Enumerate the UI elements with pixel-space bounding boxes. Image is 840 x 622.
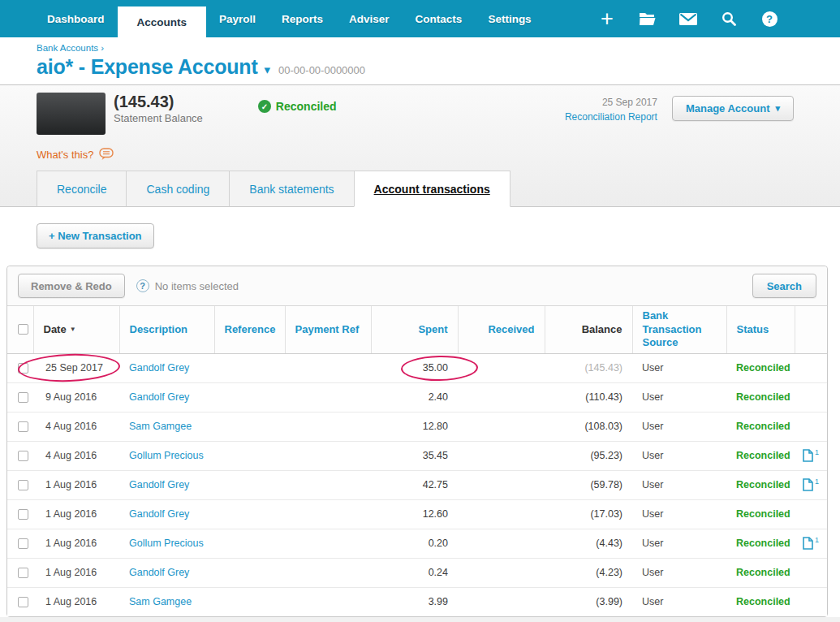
row-checkbox[interactable] [18,538,28,549]
row-checkbox[interactable] [18,392,28,403]
row-checkbox[interactable] [18,509,28,520]
search-button[interactable]: Search [752,274,816,298]
transaction-link[interactable]: Sam Gamgee [129,596,192,607]
statement-date: 25 Sep 2017 [602,97,657,108]
mail-icon[interactable] [668,13,709,25]
cell-payment-ref [285,470,371,499]
column-header-description[interactable]: Description [119,306,214,353]
remove-redo-button[interactable]: Remove & Redo [18,274,125,298]
transaction-link[interactable]: Gandolf Grey [129,479,189,490]
cell-status: Reconciled [726,558,795,587]
reconciliation-report-link[interactable]: Reconciliation Report [565,111,657,123]
attachment-icon[interactable]: 1 [803,478,824,491]
column-header-spent[interactable]: Spent [371,306,458,353]
nav-item-adviser[interactable]: Adviser [336,0,403,37]
row-checkbox[interactable] [18,568,28,578]
selection-status-text: No items selected [155,280,239,292]
cell-balance: (95.23) [545,441,632,470]
cell-attachments: 1 [795,470,827,499]
nav-item-settings[interactable]: Settings [475,0,544,37]
cell-reference [214,353,285,382]
new-transaction-button[interactable]: + New Transaction [37,223,154,248]
column-header-status[interactable]: Status [726,306,795,353]
attachment-count: 1 [815,536,819,544]
help-icon[interactable]: ? [749,11,790,27]
manage-account-button[interactable]: Manage Account ▾ [672,96,794,121]
cell-spent: 12.80 [371,412,458,441]
transaction-link[interactable]: Gandolf Grey [129,391,189,403]
cell-received [458,587,545,616]
column-header-payment-ref[interactable]: Payment Ref [285,306,371,353]
row-checkbox[interactable] [18,597,28,607]
column-header-received[interactable]: Received [458,306,545,353]
transaction-link[interactable]: Gandolf Grey [129,508,189,520]
transaction-link[interactable]: Gollum Precious [129,450,204,461]
column-header-reference[interactable]: Reference [214,306,285,353]
nav-item-contacts[interactable]: Contacts [403,0,476,37]
account-switcher-caret-icon[interactable]: ▾ [265,63,271,77]
column-header-bank-transaction-source[interactable]: Bank Transaction Source [632,306,726,353]
table-row: 9 Aug 2016Gandolf Grey2.40(110.43)UserRe… [7,382,827,412]
select-all-checkbox[interactable] [18,324,28,335]
tab-cash-coding[interactable]: Cash coding [126,171,230,207]
column-header-balance[interactable]: Balance [545,306,632,353]
cell-date: 1 Aug 2016 [33,558,119,587]
help-circle-icon: ? [136,279,149,292]
row-checkbox[interactable] [18,451,28,461]
nav-item-reports[interactable]: Reports [269,0,336,37]
transaction-link[interactable]: Gandolf Grey [129,567,189,578]
cell-spent: 42.75 [371,470,458,499]
breadcrumb[interactable]: Bank Accounts › [37,43,794,53]
cell-payment-ref [285,353,371,382]
cell-attachments: 1 [795,441,827,470]
nav-item-dashboard[interactable]: Dashboard [34,0,118,37]
cell-select [7,412,33,441]
cell-select [7,382,33,412]
transaction-link[interactable]: Gandolf Grey [129,362,189,374]
folder-icon[interactable] [627,12,668,26]
cell-description: Gandolf Grey [119,558,214,587]
cell-select [7,558,33,587]
attachment-icon[interactable]: 1 [803,537,824,550]
whats-this-link[interactable]: What's this? [37,148,840,161]
column-header-date[interactable]: Date▼ [33,306,119,353]
table-row: 1 Aug 2016Gandolf Grey42.75(59.78)UserRe… [7,470,827,499]
transaction-link[interactable]: Sam Gamgee [129,421,192,432]
cell-received [458,558,545,587]
cell-attachments [795,382,827,412]
cell-attachments [795,499,827,529]
sort-desc-icon: ▼ [70,326,76,333]
cell-spent: 2.40 [371,382,458,412]
cell-select [7,441,33,470]
tab-account-transactions[interactable]: Account transactions [354,171,510,207]
cell-payment-ref [285,558,371,587]
cell-description: Sam Gamgee [119,587,214,616]
chevron-down-icon: ▾ [775,103,780,114]
cell-description: Gandolf Grey [119,353,214,382]
table-row: 1 Aug 2016Gandolf Grey0.24(4.23)UserReco… [7,558,827,587]
speech-bubble-icon [99,148,114,161]
cell-received [458,382,545,412]
attachment-icon[interactable]: 1 [803,449,824,462]
cell-status: Reconciled [726,470,795,499]
reconciled-badge: ✓ Reconciled [258,99,337,114]
add-icon[interactable]: + [587,8,627,30]
nav-item-accounts[interactable]: Accounts [118,6,207,37]
tab-content: + New Transaction Remove & Redo ? No ite… [0,207,840,622]
cell-select [7,353,33,382]
cell-reference [214,529,285,558]
check-circle-icon: ✓ [258,100,271,113]
table-row: 1 Aug 2016Gollum Precious0.20(4.43)UserR… [7,529,827,558]
tab-bank-statements[interactable]: Bank statements [229,171,354,207]
row-checkbox[interactable] [18,421,28,432]
cell-spent: 35.00 [371,353,458,382]
row-checkbox[interactable] [18,480,28,490]
nav-item-payroll[interactable]: Payroll [206,0,269,37]
transaction-link[interactable]: Gollum Precious [129,538,204,549]
tab-reconcile[interactable]: Reconcile [37,171,127,207]
search-icon[interactable] [709,11,749,26]
cell-received [458,441,545,470]
row-checkbox[interactable] [18,363,28,374]
cell-payment-ref [285,499,371,529]
cell-reference [214,382,285,412]
